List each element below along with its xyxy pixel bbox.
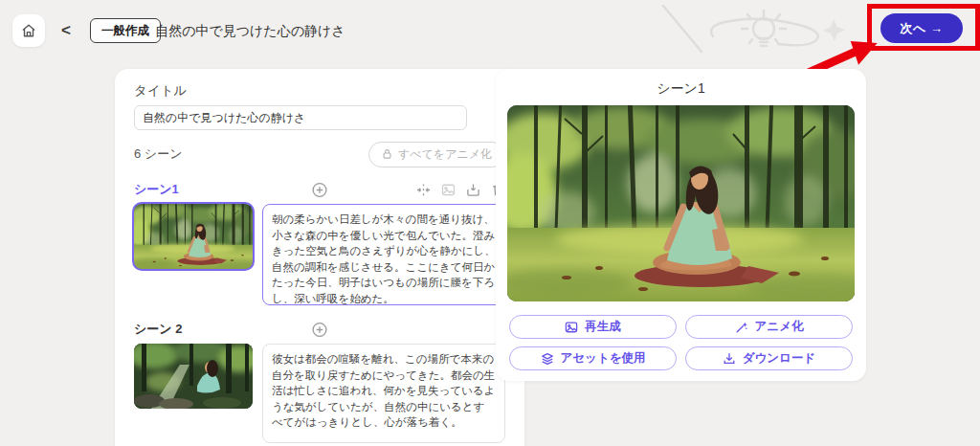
scene-2-header: シーン 2	[134, 320, 505, 339]
use-assets-button[interactable]: アセットを使用	[509, 346, 677, 370]
scene-1-row: 朝の柔らかい日差しが木々の間を通り抜け、小さな森の中を優しい光で包んでいた。澄み…	[134, 204, 505, 305]
scene-2-row: 彼女は都会の喧騒を離れ、この場所で本来の自分を取り戻すためにやってきた。都会の生…	[134, 344, 505, 443]
scene-count-label: 6 シーン	[134, 145, 182, 163]
lightbulb-doodle	[656, 0, 864, 61]
scene-list-panel: タイトル 6 シーン すべてをアニメ化 シーン1	[115, 69, 524, 446]
next-button[interactable]: 次へ →	[880, 13, 963, 43]
regenerate-button[interactable]: 再生成	[509, 315, 677, 339]
use-assets-label: アセットを使用	[561, 350, 646, 367]
chevron-left-icon: <	[61, 21, 71, 40]
app-window: < 一般作成 自然の中で見つけた心の静けさ 次へ → タイトル 6 シーン	[0, 0, 980, 446]
page-title: 自然の中で見つけた心の静けさ	[155, 23, 345, 40]
wand-icon	[735, 321, 748, 334]
scene-preview-panel: シーン1 再生成	[496, 69, 866, 381]
mode-badge: 一般作成	[90, 18, 161, 43]
scene-preview-image	[507, 105, 855, 301]
title-input[interactable]	[134, 105, 467, 130]
regenerate-label: 再生成	[585, 319, 621, 335]
animate-label: アニメ化	[755, 319, 804, 335]
lock-icon	[382, 148, 392, 160]
home-icon	[20, 22, 37, 39]
title-field-label: タイトル	[134, 82, 505, 100]
download-button[interactable]: ダウンロード	[685, 346, 853, 370]
back-button[interactable]: <	[56, 19, 77, 42]
layers-icon	[541, 352, 554, 366]
scene-1-text[interactable]: 朝の柔らかい日差しが木々の間を通り抜け、小さな森の中を優しい光で包んでいた。澄み…	[262, 204, 505, 305]
scene-2-label: シーン 2	[134, 321, 182, 338]
scene-1-header: シーン1	[134, 180, 505, 199]
split-scene-icon[interactable]	[416, 183, 431, 197]
scene-1-thumbnail[interactable]	[134, 204, 253, 269]
download-label: ダウンロード	[743, 350, 815, 367]
home-button[interactable]	[12, 14, 45, 47]
animate-all-label: すべてをアニメ化	[398, 146, 492, 163]
image-icon	[565, 321, 578, 334]
image-icon	[441, 183, 456, 197]
animate-all-button[interactable]: すべてをアニメ化	[368, 142, 505, 167]
download-icon	[723, 352, 736, 366]
preview-scene-title: シーン1	[496, 80, 866, 98]
star-doodle	[823, 19, 845, 41]
scene-1-label: シーン1	[134, 181, 179, 198]
scene-2-text[interactable]: 彼女は都会の喧騒を離れ、この場所で本来の自分を取り戻すためにやってきた。都会の生…	[262, 344, 505, 443]
import-icon[interactable]	[466, 183, 480, 197]
add-scene-button[interactable]	[312, 322, 328, 338]
add-scene-button[interactable]	[312, 182, 328, 198]
animate-button[interactable]: アニメ化	[685, 315, 853, 339]
scene-2-thumbnail[interactable]	[134, 344, 253, 409]
